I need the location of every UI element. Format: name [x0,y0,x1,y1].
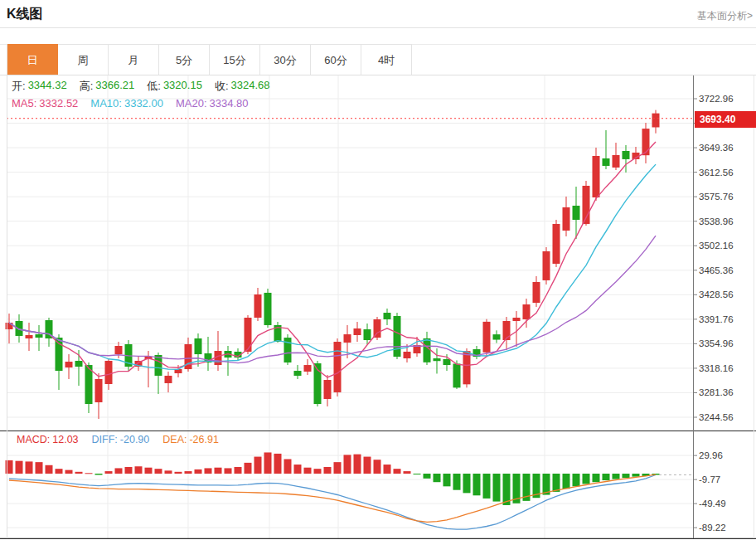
ma20-label: MA20: [176,97,207,109]
macd-info-row: MACD:12.03 DIFF:-20.90 DEA:-26.91 [17,434,219,445]
svg-text:3244.56: 3244.56 [699,412,734,422]
svg-text:3391.76: 3391.76 [699,314,734,324]
svg-text:3318.16: 3318.16 [699,363,734,373]
ma5-value: 3332.52 [39,97,78,109]
kline-chart-page: K线图 基本面分析> 日周月5分15分30分60分4时 3722.963686.… [0,0,756,540]
tab-day[interactable]: 日 [7,44,58,75]
tab-5min[interactable]: 5分 [159,44,210,75]
svg-text:29.96: 29.96 [699,450,723,460]
macd-value: 12.03 [52,434,78,445]
tab-4hour[interactable]: 4时 [361,44,412,75]
svg-text:3538.96: 3538.96 [699,216,734,226]
ma5-label: MA5: [12,97,36,109]
svg-text:3722.96: 3722.96 [699,94,734,104]
price-axis: 3722.963686.163649.363612.563575.763538.… [693,94,734,533]
open-value: 3344.32 [28,79,67,94]
macd-label: MACD: [17,434,50,445]
tab-15min[interactable]: 15分 [210,44,260,75]
tab-month[interactable]: 月 [109,44,159,75]
svg-text:3649.36: 3649.36 [699,143,734,153]
ma10-value: 3332.00 [124,97,163,109]
diff-label: DIFF: [92,434,118,445]
open-label: 开: [12,79,26,94]
current-price-badge: 3693.40 [695,111,756,128]
svg-text:-49.49: -49.49 [699,499,726,508]
high-value: 3366.21 [95,79,134,94]
ohlc-info-row: 开:3344.32 高:3366.21 低:3320.15 收:3324.68 [12,79,270,94]
ma20-value: 3334.80 [210,97,249,109]
high-label: 高: [80,79,94,94]
svg-text:3281.36: 3281.36 [699,387,734,397]
svg-text:3502.16: 3502.16 [699,241,734,251]
low-value: 3320.15 [163,79,202,94]
dea-label: DEA: [162,434,187,445]
dea-value: -26.91 [189,434,218,445]
close-label: 收: [215,79,229,94]
diff-value: -20.90 [120,434,149,445]
svg-text:3575.76: 3575.76 [699,192,734,202]
tab-week[interactable]: 周 [58,44,109,75]
ma-info-row: MA5:3332.52 MA10:3332.00 MA20:3334.80 [12,97,249,109]
macd-panel [6,452,694,529]
svg-text:3428.56: 3428.56 [699,289,734,299]
tab-30min[interactable]: 30分 [260,44,311,75]
low-label: 低: [147,79,161,94]
tab-60min[interactable]: 60分 [311,44,361,75]
svg-text:3465.36: 3465.36 [699,265,734,275]
close-value: 3324.68 [231,79,270,94]
svg-text:-9.77: -9.77 [699,474,720,484]
svg-text:3354.96: 3354.96 [699,338,734,348]
ma10-label: MA10: [90,97,122,109]
chart-top-border [0,75,756,75]
svg-text:-89.22: -89.22 [699,523,726,533]
svg-text:3612.56: 3612.56 [699,168,734,178]
period-tab-bar: 日周月5分15分30分60分4时 [7,44,412,75]
